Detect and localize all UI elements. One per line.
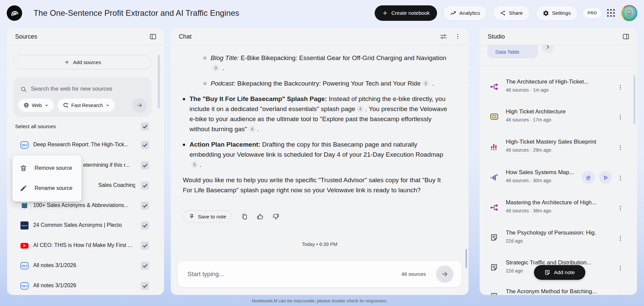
bullet-text: . [257, 125, 259, 133]
chat-settings-sliders-icon[interactable] [438, 32, 448, 42]
bullet-text: . [200, 161, 201, 168]
chat-scrollbar[interactable] [466, 249, 467, 268]
citation-chip[interactable]: 5 [191, 161, 198, 168]
source-checkbox[interactable] [141, 242, 149, 250]
sub-bullet-label: Blog Title: [211, 54, 239, 61]
flowchart-icon [490, 203, 498, 212]
citation-chip[interactable]: 3 [422, 80, 429, 87]
account-avatar[interactable] [621, 5, 637, 21]
chat-more-menu-icon[interactable] [453, 32, 463, 41]
source-checkbox[interactable] [141, 282, 149, 290]
source-row[interactable]: m+ All notes 3/1/2026 [7, 276, 164, 295]
chevron-down-icon [45, 103, 49, 107]
source-row[interactable]: m+ All notes 3/1/2026 [7, 256, 164, 276]
item-more-menu-icon[interactable] [616, 234, 625, 243]
studio-item-title: Mastering the Architecture of High... [506, 199, 596, 206]
note-icon [490, 292, 498, 295]
item-more-menu-icon[interactable] [616, 83, 625, 92]
notebooklm-app: The One-Sentence Profit Extractor and AI… [0, 0, 644, 306]
item-more-menu-icon[interactable] [616, 113, 625, 122]
analytics-button[interactable]: Analytics [443, 5, 487, 21]
rename-source-label: Rename source [35, 185, 72, 191]
share-button[interactable]: Share [493, 5, 530, 21]
search-submit-button[interactable] [132, 98, 147, 113]
add-sources-button[interactable]: Add sources [13, 55, 152, 69]
source-count: 48 sources [401, 261, 426, 287]
research-mode-dropdown[interactable]: Fast Research [57, 98, 115, 112]
interactive-mode-button[interactable] [582, 171, 595, 184]
studio-item[interactable]: The Architecture of High-Ticket... 48 so… [480, 76, 637, 98]
citation-chip[interactable]: 3 [212, 65, 219, 71]
chat-input-box: 48 sources [177, 260, 462, 288]
sources-scrollbar[interactable] [158, 55, 160, 108]
notebooklm-logo-icon[interactable] [7, 5, 22, 21]
divider [480, 65, 637, 66]
studio-item-title: The Acronym Method for Batching... [506, 288, 596, 295]
youtube-icon [20, 242, 29, 250]
source-checkbox[interactable] [141, 141, 149, 149]
bullet-item: The "Buy It For Life Basecamp" Splash Pa… [183, 94, 449, 134]
remove-source-menu-item[interactable]: Remove source [12, 158, 82, 178]
source-title: Sales Coaching - K... [98, 182, 135, 188]
studio-item[interactable]: High Ticket Architecture 48 sources · 17… [480, 106, 637, 128]
thumbs-down-icon[interactable] [272, 213, 279, 220]
notebook-title[interactable]: The One-Sentence Profit Extractor and AI… [34, 8, 239, 18]
source-checkbox[interactable] [141, 202, 149, 210]
web-filter-dropdown[interactable]: Web [18, 98, 54, 112]
studio-item[interactable]: High-Ticket Mastery Sales Blueprint 48 s… [480, 136, 637, 158]
disclaimer-text: NotebookLM can be inaccurate; please dou… [171, 298, 469, 303]
item-more-menu-icon[interactable] [616, 293, 625, 295]
create-notebook-button[interactable]: Create notebook [375, 5, 437, 21]
send-button[interactable] [436, 265, 453, 283]
source-row[interactable]: AI CEO: THIS is How I'd Make My First ..… [7, 236, 164, 256]
studio-item[interactable]: Mastering the Architecture of High... 48… [480, 197, 637, 218]
copy-icon[interactable] [241, 213, 248, 220]
globe-icon [23, 102, 29, 108]
collapse-right-panel-icon[interactable] [621, 32, 631, 42]
item-more-menu-icon[interactable] [616, 204, 625, 213]
rename-source-menu-item[interactable]: Rename source [12, 178, 82, 198]
thumbs-up-icon[interactable] [257, 213, 264, 220]
save-to-note-button[interactable]: Save to note [183, 210, 232, 223]
item-more-menu-icon[interactable] [616, 173, 625, 183]
notebooklm-note-icon: m+ [20, 141, 29, 149]
studio-header: Studio [480, 28, 637, 45]
studio-scrollbar[interactable] [634, 75, 635, 124]
notebooklm-note-icon: m+ [20, 282, 29, 290]
studio-item[interactable]: The Psychology of Persuasion: Hig... 22d… [480, 227, 637, 249]
plus-icon [382, 10, 388, 16]
search-input[interactable] [31, 83, 142, 95]
studio-item-meta: 48 sources · 17m ago [506, 117, 551, 122]
collapse-left-panel-icon[interactable] [148, 32, 158, 42]
play-button[interactable] [599, 171, 612, 184]
add-note-button[interactable]: Add note [534, 265, 585, 280]
studio-item[interactable]: The Acronym Method for Batching... [480, 286, 637, 295]
citation-chip[interactable]: 4 [357, 106, 364, 112]
source-checkbox[interactable] [141, 161, 149, 169]
source-checkbox[interactable] [141, 182, 149, 190]
source-row[interactable]: m+ Deep Research Report: The High-Tick..… [7, 135, 164, 155]
source-checkbox[interactable] [141, 262, 149, 270]
note-icon [490, 263, 498, 272]
item-more-menu-icon[interactable] [616, 143, 625, 152]
select-all-checkbox[interactable] [141, 122, 149, 131]
source-row[interactable]: PLECTO 24 Common Sales Acronyms | Plecto [7, 215, 164, 236]
book-icon [20, 202, 29, 210]
apps-grid-icon[interactable] [607, 9, 615, 17]
trash-icon [20, 164, 27, 172]
citation-chip[interactable]: 4 [249, 126, 256, 133]
closing-question: Would you like me to help you write the … [183, 175, 449, 195]
item-more-menu-icon[interactable] [616, 264, 625, 273]
studio-item-meta: 22d ago [506, 238, 523, 244]
sub-bullet-item: Blog Title: E-Bike Bikepacking: Essentia… [204, 53, 449, 73]
chat-input[interactable] [187, 261, 375, 287]
search-filters: Web Fast Research [18, 98, 147, 112]
add-sources-label: Add sources [73, 59, 101, 65]
source-checkbox[interactable] [141, 221, 149, 230]
sub-bullet-text: E-Bike Bikepacking: Essential Gear for O… [239, 54, 446, 61]
audio-waveform-icon [490, 173, 498, 182]
studio-item[interactable]: How Sales Systems Map... 48 sources · 30… [480, 167, 637, 188]
sources-title: Sources [15, 33, 37, 40]
settings-button[interactable]: Settings [536, 5, 578, 21]
studio-item-title: High Ticket Architecture [506, 108, 596, 115]
